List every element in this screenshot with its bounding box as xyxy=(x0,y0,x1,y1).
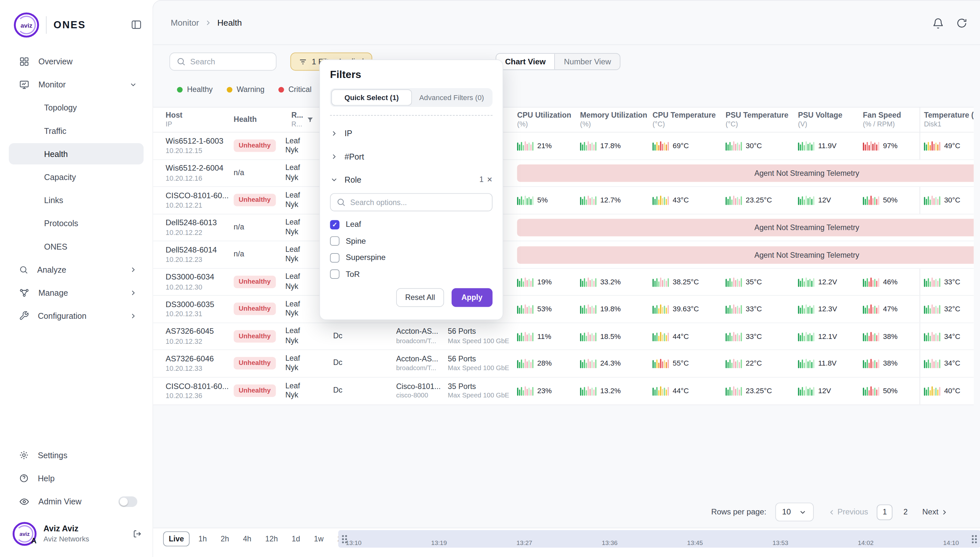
metric-cell: 12.3V xyxy=(793,296,858,322)
filter-options-search-input[interactable] xyxy=(350,198,486,207)
table-row[interactable]: CISCO-8101-60...10.20.12.21UnhealthyLeaf… xyxy=(153,187,974,214)
metric-cell: 13.2% xyxy=(575,377,647,405)
filter-option-tor[interactable]: ToR xyxy=(330,266,492,283)
legend-item: Critical xyxy=(278,85,312,94)
sidebar-item-overview[interactable]: Overview xyxy=(8,51,145,72)
reset-all-button[interactable]: Reset All xyxy=(396,288,444,307)
sidebar-item-admin-view[interactable]: Admin View xyxy=(8,491,145,512)
metric-value: 50% xyxy=(883,387,897,394)
sidebar-item-links[interactable]: Links xyxy=(9,189,144,210)
admin-view-toggle[interactable] xyxy=(118,496,137,507)
metric-sparkline xyxy=(652,386,668,396)
role-sub-value: Nyk xyxy=(286,254,299,264)
metric-sparkline xyxy=(580,386,596,396)
time-range-12h[interactable]: 12h xyxy=(260,531,283,546)
table-row[interactable]: AS7326-604610.20.12.33UnhealthyLeafNykDc… xyxy=(153,350,974,377)
checkbox-tor[interactable] xyxy=(330,270,339,279)
filter-option-label: Superspine xyxy=(346,254,386,262)
logout-icon[interactable] xyxy=(132,529,142,539)
ports-sub: Max Speed 100 GbE xyxy=(448,364,509,372)
site-value: Dc xyxy=(333,386,342,396)
metric-value: 44°C xyxy=(672,387,689,394)
table-row[interactable]: DS3000-603410.20.12.30UnhealthyLeafNyk19… xyxy=(153,269,974,296)
sidebar-item-health[interactable]: Health xyxy=(9,143,144,164)
metric-value: 97% xyxy=(883,142,897,150)
sidebar-item-configuration[interactable]: Configuration xyxy=(8,305,145,326)
filter-option-leaf[interactable]: ✓Leaf xyxy=(330,217,492,233)
view-toggle-number-view[interactable]: Number View xyxy=(555,54,620,69)
time-range-4h[interactable]: 4h xyxy=(238,531,256,546)
search-icon xyxy=(176,57,186,66)
refresh-icon[interactable] xyxy=(954,15,970,31)
table-row[interactable]: Dell5248-601310.20.12.22n/aLeafNykAgent … xyxy=(153,214,974,241)
health-badge: Unhealthy xyxy=(234,357,276,370)
sidebar-item-monitor[interactable]: Monitor xyxy=(8,74,145,95)
filter-option-superspine[interactable]: Superspine xyxy=(330,249,492,266)
timeline-right-handle[interactable] xyxy=(970,533,978,545)
table-row[interactable]: DS3000-603510.20.12.31UnhealthyLeafNyk53… xyxy=(153,296,974,323)
metric-sparkline xyxy=(517,386,533,396)
bell-icon[interactable] xyxy=(930,15,946,31)
clear-filter-icon[interactable]: ✕ xyxy=(487,176,493,184)
host-name: CISCO-8101-60... xyxy=(165,381,229,391)
filter-section-port[interactable]: #Port xyxy=(330,148,492,165)
sidebar-item-help[interactable]: Help xyxy=(8,467,145,489)
time-tick: 13:36 xyxy=(602,539,618,546)
metric-sparkline xyxy=(517,277,533,287)
manage-icon xyxy=(19,287,29,298)
sidebar-item-manage[interactable]: Manage xyxy=(8,282,145,303)
checkbox-superspine[interactable] xyxy=(330,253,339,262)
view-toggle-chart-view[interactable]: Chart View xyxy=(496,54,555,69)
time-range-1w[interactable]: 1w xyxy=(309,531,329,546)
time-range-2h[interactable]: 2h xyxy=(216,531,234,546)
timeline-slider[interactable]: 13:1013:1913:2713:3613:4513:5314:0214:10 xyxy=(338,530,980,547)
filter-section-ip[interactable]: IP xyxy=(330,124,492,142)
table-row[interactable]: CISCO-8101-60...10.20.12.36UnhealthyLeaf… xyxy=(153,377,974,405)
metric-value: 23% xyxy=(537,387,552,394)
filters-tabs: Quick Select (1)Advanced Filters (0) xyxy=(330,88,492,107)
page-1[interactable]: 1 xyxy=(877,504,892,520)
table-row[interactable]: Wis6512-1-600310.20.12.15UnhealthyLeafNy… xyxy=(153,133,974,160)
time-range-live[interactable]: Live xyxy=(163,531,189,546)
chevron-down-icon xyxy=(798,508,806,516)
filter-option-spine[interactable]: Spine xyxy=(330,233,492,249)
filter-section-role[interactable]: Role1✕ xyxy=(330,171,492,188)
host-ip: 10.20.12.21 xyxy=(165,201,202,210)
checkbox-leaf[interactable]: ✓ xyxy=(330,220,339,230)
platform-cell: Accton-AS...broadcom/T... xyxy=(391,350,443,377)
user-name: Aviz Aviz xyxy=(44,524,125,534)
sidebar-item-ones[interactable]: ONES xyxy=(9,236,144,257)
sidebar-item-traffic[interactable]: Traffic xyxy=(9,120,144,141)
metric-cell: 33.2% xyxy=(575,269,647,295)
sidebar-item-topology[interactable]: Topology xyxy=(9,97,144,118)
rows-per-page-value: 10 xyxy=(782,508,791,516)
metric-cell: 35°C xyxy=(720,269,793,295)
chevron-right-icon xyxy=(204,18,212,27)
column-header-health: Health xyxy=(234,107,286,132)
next-page-button[interactable]: Next xyxy=(922,508,949,516)
time-range-1d[interactable]: 1d xyxy=(287,531,305,546)
rows-per-page-select[interactable]: 10 xyxy=(775,503,813,521)
filter-tab-advanced-filters-0[interactable]: Advanced Filters (0) xyxy=(412,90,491,106)
sidebar-item-protocols[interactable]: Protocols xyxy=(9,213,144,234)
breadcrumb-monitor[interactable]: Monitor xyxy=(171,18,199,27)
apply-button[interactable]: Apply xyxy=(451,288,493,307)
sidebar-item-analyze[interactable]: Analyze xyxy=(8,259,145,280)
table-row[interactable]: Dell5248-601410.20.12.23n/aLeafNykAgent … xyxy=(153,241,974,269)
filter-tab-quick-select-1[interactable]: Quick Select (1) xyxy=(331,90,412,106)
checkbox-spine[interactable] xyxy=(330,236,339,246)
health-badge: Unhealthy xyxy=(234,385,276,397)
previous-page-button[interactable]: Previous xyxy=(827,508,868,516)
role-cell: LeafNyk xyxy=(286,350,320,377)
search-input[interactable] xyxy=(190,57,269,66)
time-range-1h[interactable]: 1h xyxy=(193,531,212,546)
sidebar-item-settings[interactable]: Settings xyxy=(8,445,145,466)
collapse-panel-icon[interactable] xyxy=(130,19,142,31)
table-row[interactable]: AS7326-604510.20.12.32UnhealthyLeafNykDc… xyxy=(153,323,974,350)
platform-sub: broadcom/T... xyxy=(396,337,436,345)
metric-sparkline xyxy=(580,304,596,314)
sidebar-item-capacity[interactable]: Capacity xyxy=(9,166,144,187)
page-2[interactable]: 2 xyxy=(898,504,913,520)
host-name: Dell5248-6013 xyxy=(165,218,217,228)
table-row[interactable]: Wis6512-2-600410.20.12.16n/aLeafNykAgent… xyxy=(153,160,974,187)
